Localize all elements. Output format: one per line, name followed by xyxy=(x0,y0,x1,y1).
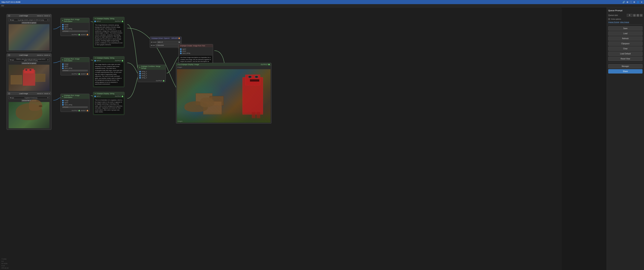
maximize-icon[interactable]: ⛶ xyxy=(630,1,632,3)
combine-output: OUTPUT xyxy=(138,79,166,82)
size-row: ◀ size 1792x1024 ▶ xyxy=(151,44,181,47)
manager-button[interactable]: Manager xyxy=(608,64,642,68)
image-port-out-3: IMAGE ● xyxy=(37,93,43,94)
display-2-out xyxy=(122,60,123,62)
run-3-title: Griptape Run: Image Description xyxy=(64,94,88,98)
display-2-header: ● Griptape Display: String xyxy=(93,56,124,59)
mask-port-out-3: MASK ● xyxy=(44,93,50,94)
create-header: Griptape Create: Image from Text xyxy=(178,44,213,47)
run-2-output: OUTPUT AGENT xyxy=(61,73,89,75)
run-3-image-in xyxy=(62,100,64,101)
load-image-2-body: ◀ image 503241_very very small red robot… xyxy=(7,57,51,92)
model-select[interactable]: dall-e-3 ▶ xyxy=(157,41,181,43)
combine-node: ● Griptape Combine: Merge Strings string… xyxy=(138,65,166,82)
grunge-preview xyxy=(8,24,50,50)
grid-icon[interactable]: ⊞ xyxy=(626,1,628,3)
run-2-out xyxy=(78,73,80,75)
display-img-header: ● ◀ Griptape Display: Image OUTPUT xyxy=(176,63,271,66)
filename-2: 503241_very very small red robot in a ro… xyxy=(14,59,48,61)
size-select[interactable]: 1792x1024 ▶ xyxy=(156,44,181,47)
extra-options-checkbox[interactable] xyxy=(608,18,610,20)
view-queue-link[interactable]: View Queue xyxy=(620,21,629,23)
user-icon[interactable]: 👤 xyxy=(637,1,639,3)
run-2-image-port: image xyxy=(62,63,88,65)
choose-file-2[interactable]: choose file to upload xyxy=(21,62,36,64)
save-button[interactable]: Save xyxy=(608,26,642,31)
image-preview-3 xyxy=(8,102,50,128)
run-1-header: ● Griptape Run: Image Description xyxy=(61,18,89,23)
file-selector-3[interactable]: ◀ image Capybara Portrait.png ▶ xyxy=(8,96,50,99)
load-image-3-header: Load Image IMAGE ● MASK ● xyxy=(7,92,51,95)
queue-icon-2[interactable]: ☰ xyxy=(636,14,639,17)
run-node-1: ● Griptape Run: Image Description image … xyxy=(60,18,90,36)
display-1-content: This image features a textured, grungy b… xyxy=(94,23,124,47)
queue-icon-1[interactable]: ⊡ xyxy=(633,14,636,17)
run-3-string-port: input_string xyxy=(62,104,88,106)
close-icon[interactable]: ✕ xyxy=(641,1,642,3)
refresh-button[interactable]: Refresh xyxy=(608,36,642,41)
run-3-agent-out xyxy=(87,110,88,111)
share-button[interactable]: Share xyxy=(608,69,642,73)
create-title: Griptape Create: Image from Text xyxy=(180,45,205,47)
checkbox-2[interactable] xyxy=(8,54,10,56)
choose-file-1[interactable]: choose file to upload xyxy=(21,22,36,24)
run-3-agent-in xyxy=(62,102,64,103)
load-button[interactable]: Load xyxy=(608,31,642,36)
status-line2: 0.0 xyxy=(2,260,21,262)
extra-options-label: Extra options xyxy=(611,18,621,20)
driver-out xyxy=(178,38,180,39)
run-1-string-in xyxy=(62,28,64,30)
status-line3: W 13131 xyxy=(2,262,21,265)
robot-preview xyxy=(8,65,50,91)
driver-body: ◀ model dall-e-3 ▶ ◀ size 1792x1024 ▶ xyxy=(150,40,182,48)
display-2-io: INPUT OUTPUT xyxy=(93,59,124,62)
load-image-2-header: Load Image IMAGE ● MASK ● xyxy=(7,54,51,57)
status-line5: FPS 62.32 xyxy=(2,267,21,269)
mask-port-out-1: MASK ● xyxy=(44,15,50,17)
run-3-image-port: image xyxy=(62,100,88,102)
display-1-io: INPUT OUTPUT xyxy=(93,20,124,23)
run-1-agent-port: agent xyxy=(62,26,88,28)
clear-button[interactable]: Clear xyxy=(608,47,642,51)
panel-divider-2 xyxy=(608,62,642,63)
panel-divider-1 xyxy=(608,25,642,25)
image-port-out-2: IMAGE ● xyxy=(37,54,43,56)
run-node-2: ● Griptape Run: Image Description image … xyxy=(60,57,90,75)
file-selector-1[interactable]: ◀ image Q_grunge_texture_eargan-v1-1024-… xyxy=(8,19,50,21)
settings-icon[interactable]: ⚙ xyxy=(633,1,635,3)
checkbox-3[interactable] xyxy=(8,93,10,94)
queue-icon-3[interactable]: ✕ xyxy=(640,14,642,17)
run-2-title: Griptape Run: Image Description xyxy=(64,58,88,62)
file-selector-2[interactable]: ◀ image 503241_very very small red robot… xyxy=(8,58,50,62)
combine-str3-in xyxy=(139,75,141,76)
checkbox-1[interactable] xyxy=(8,15,10,17)
file-label-3: image xyxy=(10,97,14,98)
combine-body: string_1 string_2 string_3 string_4 xyxy=(138,70,166,79)
display-img-output-label: OUTPUT xyxy=(261,64,268,65)
queue-prompt-link[interactable]: Queue Prompt xyxy=(608,21,619,23)
driver-header: Griptape Driver: OpenAI DRIVER xyxy=(150,37,182,40)
clipspace-button[interactable]: Clipspace xyxy=(608,41,642,46)
topbar-icons: 🔗 ⊞ ⛶ ⚙ 👤 ✕ xyxy=(622,1,642,3)
ide-bar: Idle xyxy=(0,4,644,8)
model-row: ◀ model dall-e-3 ▶ xyxy=(151,41,181,44)
filename-3: Capybara Portrait.png xyxy=(14,97,48,98)
combine-title: Griptape Combine: Merge Strings xyxy=(141,65,164,69)
img-bottom-label: images xyxy=(178,120,182,122)
load-image-node-1: Load Image IMAGE ● MASK ● ◀ image Q_grun… xyxy=(6,14,52,52)
reset-view-button[interactable]: Reset View xyxy=(608,57,642,61)
image-port-out-1: IMAGE ● xyxy=(37,15,43,17)
load-image-3-body: ◀ image Capybara Portrait.png ▶ choose f… xyxy=(7,95,51,129)
run-3-badge: STRONG xyxy=(62,106,88,108)
load-image-1-title: Load Image xyxy=(19,15,28,17)
display-3-in xyxy=(94,96,96,97)
load-image-node-3: Load Image IMAGE ● MASK ● ◀ image Capyba… xyxy=(6,92,52,130)
combine-header: ● Griptape Combine: Merge Strings xyxy=(138,65,166,70)
load-default-button[interactable]: Load Default xyxy=(608,52,642,56)
run-1-title: Griptape Run: Image Description xyxy=(64,19,88,22)
run-1-image-in xyxy=(62,24,64,26)
run-1-agent-in xyxy=(62,26,64,28)
display-2-in xyxy=(94,60,96,62)
link-icon[interactable]: 🔗 xyxy=(622,1,625,3)
create-string-in xyxy=(180,53,182,54)
